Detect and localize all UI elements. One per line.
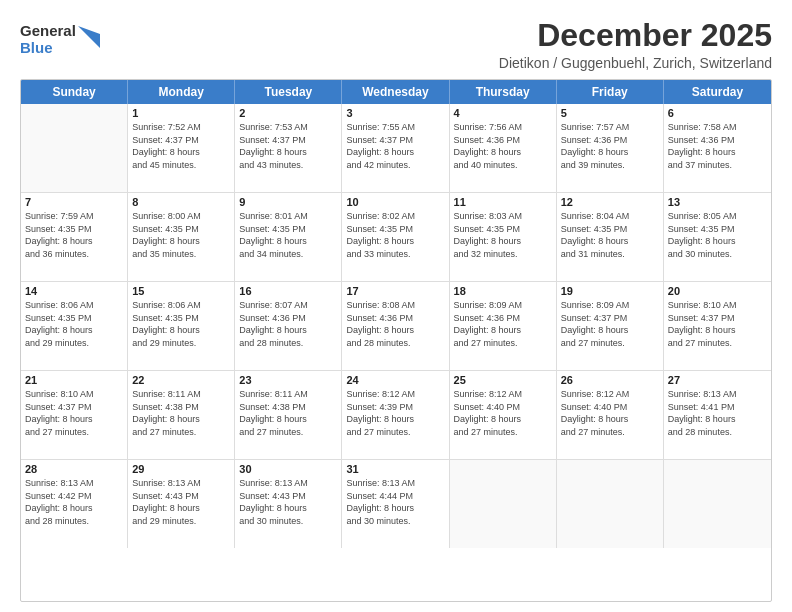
day-info: Sunrise: 8:10 AMSunset: 4:37 PMDaylight:…: [668, 299, 767, 349]
calendar-cell: 1Sunrise: 7:52 AMSunset: 4:37 PMDaylight…: [128, 104, 235, 192]
calendar-cell: 16Sunrise: 8:07 AMSunset: 4:36 PMDayligh…: [235, 282, 342, 370]
weekday-thursday: Thursday: [450, 80, 557, 104]
month-title: December 2025: [499, 18, 772, 53]
day-info: Sunrise: 7:55 AMSunset: 4:37 PMDaylight:…: [346, 121, 444, 171]
day-info: Sunrise: 7:59 AMSunset: 4:35 PMDaylight:…: [25, 210, 123, 260]
day-info: Sunrise: 8:12 AMSunset: 4:40 PMDaylight:…: [561, 388, 659, 438]
calendar-cell: 19Sunrise: 8:09 AMSunset: 4:37 PMDayligh…: [557, 282, 664, 370]
calendar-row-3: 21Sunrise: 8:10 AMSunset: 4:37 PMDayligh…: [21, 371, 771, 460]
day-info: Sunrise: 8:13 AMSunset: 4:42 PMDaylight:…: [25, 477, 123, 527]
calendar-cell: 30Sunrise: 8:13 AMSunset: 4:43 PMDayligh…: [235, 460, 342, 548]
calendar-cell: 29Sunrise: 8:13 AMSunset: 4:43 PMDayligh…: [128, 460, 235, 548]
day-number: 17: [346, 285, 444, 297]
day-number: 28: [25, 463, 123, 475]
calendar-body: 1Sunrise: 7:52 AMSunset: 4:37 PMDaylight…: [21, 104, 771, 548]
day-info: Sunrise: 7:58 AMSunset: 4:36 PMDaylight:…: [668, 121, 767, 171]
day-info: Sunrise: 7:53 AMSunset: 4:37 PMDaylight:…: [239, 121, 337, 171]
weekday-wednesday: Wednesday: [342, 80, 449, 104]
day-number: 4: [454, 107, 552, 119]
logo-blue: Blue: [20, 39, 76, 56]
day-number: 27: [668, 374, 767, 386]
calendar-cell: 17Sunrise: 8:08 AMSunset: 4:36 PMDayligh…: [342, 282, 449, 370]
logo-arrow-icon: [78, 26, 100, 48]
calendar-cell: 18Sunrise: 8:09 AMSunset: 4:36 PMDayligh…: [450, 282, 557, 370]
day-info: Sunrise: 8:04 AMSunset: 4:35 PMDaylight:…: [561, 210, 659, 260]
day-number: 1: [132, 107, 230, 119]
day-info: Sunrise: 8:09 AMSunset: 4:36 PMDaylight:…: [454, 299, 552, 349]
day-info: Sunrise: 8:06 AMSunset: 4:35 PMDaylight:…: [25, 299, 123, 349]
day-info: Sunrise: 8:08 AMSunset: 4:36 PMDaylight:…: [346, 299, 444, 349]
calendar-cell: 27Sunrise: 8:13 AMSunset: 4:41 PMDayligh…: [664, 371, 771, 459]
day-info: Sunrise: 8:09 AMSunset: 4:37 PMDaylight:…: [561, 299, 659, 349]
day-info: Sunrise: 8:07 AMSunset: 4:36 PMDaylight:…: [239, 299, 337, 349]
day-info: Sunrise: 7:56 AMSunset: 4:36 PMDaylight:…: [454, 121, 552, 171]
calendar-cell: 10Sunrise: 8:02 AMSunset: 4:35 PMDayligh…: [342, 193, 449, 281]
calendar-cell: [664, 460, 771, 548]
calendar-cell: 3Sunrise: 7:55 AMSunset: 4:37 PMDaylight…: [342, 104, 449, 192]
calendar-cell: [450, 460, 557, 548]
page: General Blue December 2025 Dietikon / Gu…: [0, 0, 792, 612]
weekday-friday: Friday: [557, 80, 664, 104]
day-number: 25: [454, 374, 552, 386]
weekday-tuesday: Tuesday: [235, 80, 342, 104]
day-info: Sunrise: 8:12 AMSunset: 4:39 PMDaylight:…: [346, 388, 444, 438]
calendar-cell: 6Sunrise: 7:58 AMSunset: 4:36 PMDaylight…: [664, 104, 771, 192]
calendar-cell: 9Sunrise: 8:01 AMSunset: 4:35 PMDaylight…: [235, 193, 342, 281]
calendar-header: Sunday Monday Tuesday Wednesday Thursday…: [21, 80, 771, 104]
day-info: Sunrise: 8:13 AMSunset: 4:43 PMDaylight:…: [132, 477, 230, 527]
calendar-cell: 11Sunrise: 8:03 AMSunset: 4:35 PMDayligh…: [450, 193, 557, 281]
day-number: 24: [346, 374, 444, 386]
day-info: Sunrise: 8:11 AMSunset: 4:38 PMDaylight:…: [239, 388, 337, 438]
calendar-cell: 7Sunrise: 7:59 AMSunset: 4:35 PMDaylight…: [21, 193, 128, 281]
title-block: December 2025 Dietikon / Guggenbuehl, Zu…: [499, 18, 772, 71]
calendar-cell: 28Sunrise: 8:13 AMSunset: 4:42 PMDayligh…: [21, 460, 128, 548]
day-number: 19: [561, 285, 659, 297]
day-number: 10: [346, 196, 444, 208]
calendar-cell: 23Sunrise: 8:11 AMSunset: 4:38 PMDayligh…: [235, 371, 342, 459]
day-info: Sunrise: 8:05 AMSunset: 4:35 PMDaylight:…: [668, 210, 767, 260]
day-number: 7: [25, 196, 123, 208]
calendar-cell: 8Sunrise: 8:00 AMSunset: 4:35 PMDaylight…: [128, 193, 235, 281]
calendar-cell: 22Sunrise: 8:11 AMSunset: 4:38 PMDayligh…: [128, 371, 235, 459]
day-number: 2: [239, 107, 337, 119]
day-number: 3: [346, 107, 444, 119]
day-number: 31: [346, 463, 444, 475]
location: Dietikon / Guggenbuehl, Zurich, Switzerl…: [499, 55, 772, 71]
calendar-cell: 24Sunrise: 8:12 AMSunset: 4:39 PMDayligh…: [342, 371, 449, 459]
day-number: 12: [561, 196, 659, 208]
day-info: Sunrise: 8:06 AMSunset: 4:35 PMDaylight:…: [132, 299, 230, 349]
calendar-cell: 31Sunrise: 8:13 AMSunset: 4:44 PMDayligh…: [342, 460, 449, 548]
day-number: 6: [668, 107, 767, 119]
day-info: Sunrise: 8:13 AMSunset: 4:44 PMDaylight:…: [346, 477, 444, 527]
calendar-cell: 15Sunrise: 8:06 AMSunset: 4:35 PMDayligh…: [128, 282, 235, 370]
day-number: 11: [454, 196, 552, 208]
day-number: 22: [132, 374, 230, 386]
day-number: 16: [239, 285, 337, 297]
day-number: 8: [132, 196, 230, 208]
calendar-row-4: 28Sunrise: 8:13 AMSunset: 4:42 PMDayligh…: [21, 460, 771, 548]
day-number: 9: [239, 196, 337, 208]
weekday-saturday: Saturday: [664, 80, 771, 104]
day-info: Sunrise: 8:02 AMSunset: 4:35 PMDaylight:…: [346, 210, 444, 260]
day-info: Sunrise: 8:11 AMSunset: 4:38 PMDaylight:…: [132, 388, 230, 438]
calendar-cell: 13Sunrise: 8:05 AMSunset: 4:35 PMDayligh…: [664, 193, 771, 281]
day-number: 5: [561, 107, 659, 119]
calendar-cell: 4Sunrise: 7:56 AMSunset: 4:36 PMDaylight…: [450, 104, 557, 192]
day-number: 13: [668, 196, 767, 208]
weekday-sunday: Sunday: [21, 80, 128, 104]
weekday-monday: Monday: [128, 80, 235, 104]
day-number: 15: [132, 285, 230, 297]
calendar-cell: [21, 104, 128, 192]
calendar-row-0: 1Sunrise: 7:52 AMSunset: 4:37 PMDaylight…: [21, 104, 771, 193]
day-info: Sunrise: 8:12 AMSunset: 4:40 PMDaylight:…: [454, 388, 552, 438]
calendar-cell: 26Sunrise: 8:12 AMSunset: 4:40 PMDayligh…: [557, 371, 664, 459]
day-info: Sunrise: 8:13 AMSunset: 4:41 PMDaylight:…: [668, 388, 767, 438]
day-number: 14: [25, 285, 123, 297]
calendar: Sunday Monday Tuesday Wednesday Thursday…: [20, 79, 772, 602]
calendar-cell: [557, 460, 664, 548]
logo: General Blue: [20, 22, 100, 57]
day-info: Sunrise: 8:01 AMSunset: 4:35 PMDaylight:…: [239, 210, 337, 260]
logo-general: General: [20, 22, 76, 39]
day-number: 30: [239, 463, 337, 475]
day-number: 20: [668, 285, 767, 297]
